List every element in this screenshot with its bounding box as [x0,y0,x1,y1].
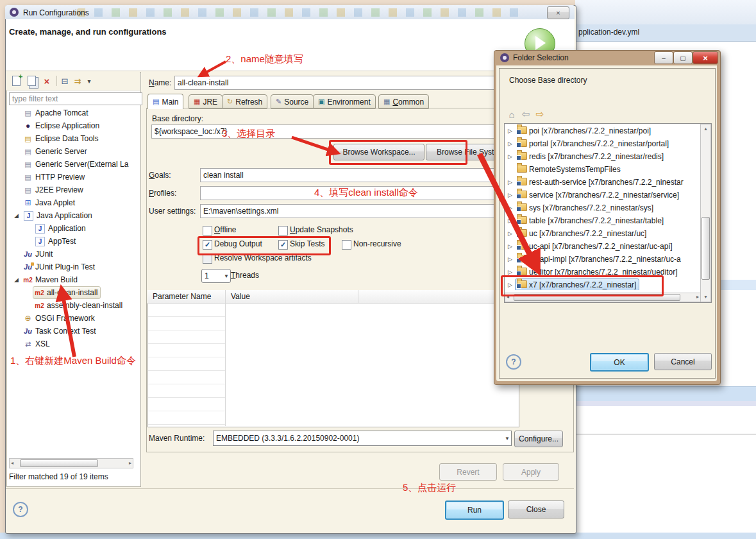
tree-hscrollbar[interactable]: ◂▸ [9,458,133,468]
folder-expander-icon[interactable]: ▷ [505,153,515,160]
folder-icon [516,255,527,264]
tree-item-label: Java Applet [35,198,75,207]
folder-tree-vscrollbar[interactable]: ▴▾ [700,124,711,302]
help-icon[interactable]: ? [13,502,28,517]
tree-expander-icon[interactable]: ◢ [12,212,21,219]
folder-item[interactable]: ▷ poi [x7/branches/7.2.2_ninestar/poi] [505,124,698,137]
tree-item[interactable]: ▤Generic Server [12,145,139,158]
tree-item-icon: m2 [22,277,33,284]
threads-spinner[interactable]: 1▼ [201,269,231,283]
tree-item[interactable]: ◢ m2Maven Build [12,273,139,286]
folder-expander-icon[interactable]: ▷ [505,141,515,147]
cancel-button[interactable]: Cancel [654,353,712,370]
folder-expander-icon[interactable]: ▷ [505,243,515,250]
non-recursive-checkbox[interactable] [342,240,351,250]
tab-main[interactable]: ▤Main [147,94,183,109]
folder-expander-icon[interactable]: ▷ [505,205,515,211]
tree-item-icon: ▤ [22,160,33,169]
delete-icon[interactable]: × [41,75,53,87]
close-icon[interactable]: × [547,6,569,19]
collapse-all-icon[interactable]: ⊟ [59,75,71,87]
folder-item[interactable]: ▷ uc [x7/branches/7.2.2_ninestar/uc] [505,227,698,240]
col-value[interactable]: Value [231,292,250,301]
folder-expander-icon[interactable]: ▷ [505,128,515,134]
tree-item[interactable]: ▤Generic Server(External La [12,158,139,171]
col-parameter-name[interactable]: Parameter Name [153,292,211,301]
folder-item[interactable]: ▷ service [x7/branches/7.2.2_ninestar/se… [505,189,698,201]
new-configuration-icon[interactable]: + [10,75,22,87]
offline-checkbox[interactable] [203,226,212,235]
tree-item[interactable]: ▤Eclipse Data Tools [12,132,139,145]
tree-item[interactable]: ⊞Java Applet [12,196,139,209]
tree-item-label: OSGi Framework [35,314,95,323]
update-snapshots-checkbox[interactable] [278,226,288,235]
close-icon[interactable]: × [693,51,718,64]
table-row-lines [148,304,225,425]
folder-item[interactable]: ▷ uc-api-impl [x7/branches/7.2.2_ninesta… [505,253,698,266]
editor-tab[interactable]: pplication-dev.yml [578,28,639,37]
folder-item[interactable]: ▷ redis [x7/branches/7.2.2_ninestar/redi… [505,150,698,163]
tree-item[interactable]: ⇄XSL [12,338,139,350]
folder-item[interactable]: ▷ rest-auth-service [x7/branches/7.2.2_n… [505,176,698,189]
folder-expander-icon[interactable]: ▷ [505,256,515,262]
tab-source[interactable]: ✎Source [271,94,314,109]
back-icon[interactable]: ⇦ [519,108,532,121]
home-icon[interactable]: ⌂ [505,108,518,121]
tree-item[interactable]: JuJUnit Plug-in Test [12,261,139,273]
folder-icon [516,216,527,225]
tree-item[interactable]: ▤HTTP Preview [12,171,139,184]
tree-item[interactable]: m2assembly-clean-install [12,299,139,312]
folder-icon [516,165,527,174]
folder-item[interactable]: ▷ portal [x7/branches/7.2.2_ninestar/por… [505,137,698,150]
maximize-icon[interactable]: ▢ [673,51,693,64]
name-label: Name: [149,78,171,87]
revert-button[interactable]: Revert [439,463,497,481]
duplicate-icon[interactable] [26,75,37,87]
tree-item[interactable]: ⊕OSGi Framework [12,312,139,325]
close-button[interactable]: Close [508,501,564,518]
folder-item[interactable]: ▷ uc-api [x7/branches/7.2.2_ninestar/uc-… [505,240,698,253]
tree-item[interactable]: JuJUnit [12,248,139,261]
resolve-workspace-checkbox[interactable] [203,254,212,264]
tree-item[interactable]: ●Eclipse Application [12,119,139,132]
ok-button[interactable]: OK [590,353,649,372]
forward-icon[interactable]: ⇨ [533,108,546,121]
run-button[interactable]: Run [445,501,504,520]
tab-environment[interactable]: ▣Environment [313,94,376,109]
folder-expander-icon[interactable]: ▷ [505,192,515,198]
tree-item[interactable]: ▤J2EE Preview [12,184,139,196]
tree-item[interactable]: JuTask Context Test [12,325,139,338]
folder-expander-icon[interactable]: ▷ [505,269,515,275]
tree-expander-icon[interactable]: ◢ [12,277,21,283]
tab-refresh[interactable]: ↻Refresh [222,94,267,109]
goals-input[interactable]: clean install [200,168,525,182]
config-type-tree: ▤Apache Tomcat ●Eclipse Application ▤Ecl… [12,107,139,350]
folder-expander-icon[interactable]: ▷ [505,230,515,237]
user-settings-input[interactable]: E:\maven\settings.xml [200,204,525,218]
configure-button[interactable]: Configure... [514,431,563,447]
filter-icon[interactable]: ⇉ [72,75,83,87]
filter-input[interactable]: type filter text [9,92,142,105]
minimize-icon[interactable]: ‒ [654,51,673,64]
tab-jre[interactable]: ▦JRE [189,94,223,109]
annotation-step1: 1、右键新建Maven Build命令 [10,355,136,367]
folder-expander-icon[interactable]: ▷ [505,218,515,224]
folder-item[interactable]: ▷ table [x7/branches/7.2.2_ninestar/tabl… [505,214,698,227]
tree-item[interactable]: JAppTest [12,235,139,248]
folder-expander-icon[interactable]: ▷ [505,179,515,185]
tree-item[interactable]: ◢ JJava Application [12,209,139,222]
folder-icon [516,229,527,238]
folder-item[interactable]: RemoteSystemsTempFiles [505,163,698,176]
tree-item-label: XSL [35,339,50,348]
tree-item[interactable]: ▤Apache Tomcat [12,107,139,119]
tree-item[interactable]: m2all-clean-install [12,286,139,299]
help-icon[interactable]: ? [506,354,521,370]
toolbar-menu-caret-icon[interactable]: ▾ [83,75,95,87]
folder-item[interactable]: ▷ sys [x7/branches/7.2.2_ninestar/sys] [505,201,698,214]
offline-label: Offline [214,225,236,234]
apply-button[interactable]: Apply [503,463,559,481]
tab-common[interactable]: ▦Common [378,94,429,109]
folder-item-label: uc-api-impl [x7/branches/7.2.2_ninestar/… [529,255,681,264]
maven-runtime-select[interactable]: EMBEDDED (3.3.3/1.6.2.20150902-0001)▼ [213,431,512,446]
tree-item[interactable]: JApplication [12,222,139,235]
